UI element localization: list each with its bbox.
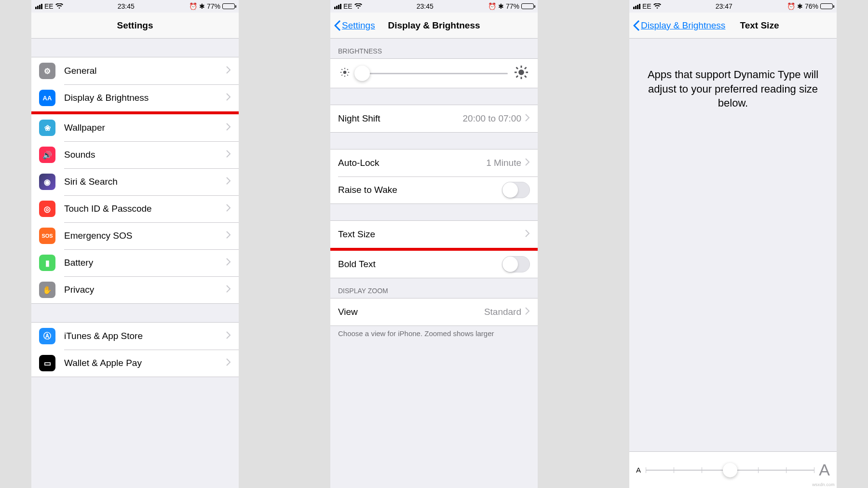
wallpaper-icon: ❀ <box>39 120 55 136</box>
fingerprint-icon: ◎ <box>39 201 55 217</box>
settings-row-siri[interactable]: ◉ Siri & Search <box>31 168 239 195</box>
page-title: Text Size <box>740 20 779 31</box>
settings-row-appstore[interactable]: Ⓐ iTunes & App Store <box>31 323 239 350</box>
settings-list-2: Ⓐ iTunes & App Store ▭ Wallet & Apple Pa… <box>31 322 239 377</box>
sos-icon: SOS <box>39 228 55 244</box>
back-button[interactable]: Settings <box>334 20 375 31</box>
settings-row-wallpaper[interactable]: ❀ Wallpaper <box>31 114 239 141</box>
battery-icon <box>521 3 534 9</box>
battery-percent: 77% <box>207 2 220 10</box>
alarm-icon: ⏰ <box>189 2 197 10</box>
watermark: wsxdn.com <box>812 482 835 487</box>
chevron-right-icon <box>226 285 231 295</box>
page-title: Display & Brightness <box>388 20 480 31</box>
settings-row-sounds[interactable]: 🔊 Sounds <box>31 141 239 168</box>
chevron-right-icon <box>525 158 530 168</box>
screen-display-brightness: EE 23:45 ⏰ ✱ 77% Settings Display & Brig… <box>330 0 538 488</box>
settings-list: ⚙︎ General AA Display & Brightness ❀ Wal… <box>31 57 239 304</box>
brightness-slider[interactable] <box>356 73 508 74</box>
wifi-icon <box>354 3 362 9</box>
night-shift-row[interactable]: Night Shift 20:00 to 07:00 <box>330 105 538 132</box>
chevron-right-icon <box>226 331 231 341</box>
gear-icon: ⚙︎ <box>39 63 55 79</box>
settings-row-privacy[interactable]: ✋ Privacy <box>31 276 239 303</box>
bold-text-row: Bold Text <box>330 251 538 278</box>
page-title: Settings <box>117 20 153 31</box>
svg-line-16 <box>516 76 518 78</box>
chevron-right-icon <box>226 66 231 76</box>
bluetooth-icon: ✱ <box>797 2 803 10</box>
textsize-icon: AA <box>39 90 55 106</box>
text-size-row[interactable]: Text Size <box>330 221 538 248</box>
carrier-label: EE <box>44 2 54 10</box>
nav-bar: Settings Display & Brightness <box>330 13 538 39</box>
slider-thumb[interactable] <box>354 66 370 81</box>
chevron-right-icon <box>226 231 231 241</box>
night-shift-value: 20:00 to 07:00 <box>463 113 522 124</box>
battery-icon <box>222 3 235 9</box>
hand-icon: ✋ <box>39 282 55 298</box>
bluetooth-icon: ✱ <box>199 2 205 10</box>
back-label: Settings <box>342 20 375 31</box>
raise-to-wake-toggle[interactable] <box>502 182 530 198</box>
chevron-right-icon <box>525 230 530 239</box>
wifi-icon <box>653 3 661 9</box>
appstore-icon: Ⓐ <box>39 328 55 344</box>
bluetooth-icon: ✱ <box>498 2 504 10</box>
carrier-label: EE <box>642 2 651 10</box>
settings-row-wallet[interactable]: ▭ Wallet & Apple Pay <box>31 350 239 377</box>
svg-line-7 <box>341 75 342 76</box>
wallet-icon: ▭ <box>39 355 55 371</box>
battery-icon <box>820 3 833 9</box>
battery-percent: 76% <box>805 2 818 10</box>
back-button[interactable]: Display & Brightness <box>633 20 725 31</box>
auto-lock-value: 1 Minute <box>486 158 521 168</box>
raise-to-wake-row: Raise to Wake <box>330 176 538 203</box>
view-row[interactable]: View Standard <box>330 298 538 325</box>
slider-thumb[interactable] <box>723 463 737 477</box>
brightness-slider-row <box>330 59 538 88</box>
svg-point-0 <box>343 71 347 74</box>
svg-line-17 <box>525 68 527 69</box>
chevron-right-icon <box>226 258 231 268</box>
clock: 23:47 <box>716 2 732 10</box>
settings-row-display-brightness[interactable]: AA Display & Brightness <box>31 84 239 111</box>
status-bar: EE 23:45 ⏰ ✱ 77% <box>31 0 239 13</box>
screen-settings: EE 23:45 ⏰ ✱ 77% Settings ⚙︎ General AA … <box>31 0 239 488</box>
settings-row-touchid[interactable]: ◎ Touch ID & Passcode <box>31 195 239 222</box>
settings-row-sos[interactable]: SOS Emergency SOS <box>31 222 239 249</box>
small-a-label: A <box>636 466 641 474</box>
clock: 23:45 <box>118 2 135 10</box>
siri-icon: ◉ <box>39 174 55 190</box>
signal-icon <box>35 4 42 9</box>
svg-line-15 <box>525 76 527 78</box>
status-bar: EE 23:47 ⏰ ✱ 76% <box>629 0 837 13</box>
text-size-slider-row: A A <box>629 451 837 488</box>
chevron-right-icon <box>226 204 231 214</box>
clock: 23:45 <box>417 2 434 10</box>
chevron-right-icon <box>226 177 231 187</box>
auto-lock-row[interactable]: Auto-Lock 1 Minute <box>330 149 538 176</box>
sounds-icon: 🔊 <box>39 147 55 163</box>
chevron-right-icon <box>525 307 530 317</box>
sun-small-icon <box>340 68 350 79</box>
signal-icon <box>633 4 640 9</box>
chevron-right-icon <box>226 93 231 103</box>
wifi-icon <box>55 3 63 9</box>
display-zoom-header: DISPLAY ZOOM <box>330 278 538 298</box>
alarm-icon: ⏰ <box>488 2 496 10</box>
nav-bar: Settings <box>31 13 239 39</box>
battery-percent: 77% <box>506 2 519 10</box>
chevron-left-icon <box>633 20 640 31</box>
bold-text-toggle[interactable] <box>502 256 530 272</box>
settings-row-battery[interactable]: ▮ Battery <box>31 249 239 276</box>
battery-setting-icon: ▮ <box>39 255 55 271</box>
nav-bar: Display & Brightness Text Size <box>629 13 837 39</box>
display-zoom-footer: Choose a view for iPhone. Zoomed shows l… <box>330 326 538 346</box>
svg-line-5 <box>341 69 342 70</box>
settings-row-general[interactable]: ⚙︎ General <box>31 57 239 84</box>
text-size-slider[interactable] <box>646 470 814 471</box>
large-a-label: A <box>819 461 830 479</box>
back-label: Display & Brightness <box>641 20 725 31</box>
status-bar: EE 23:45 ⏰ ✱ 77% <box>330 0 538 13</box>
